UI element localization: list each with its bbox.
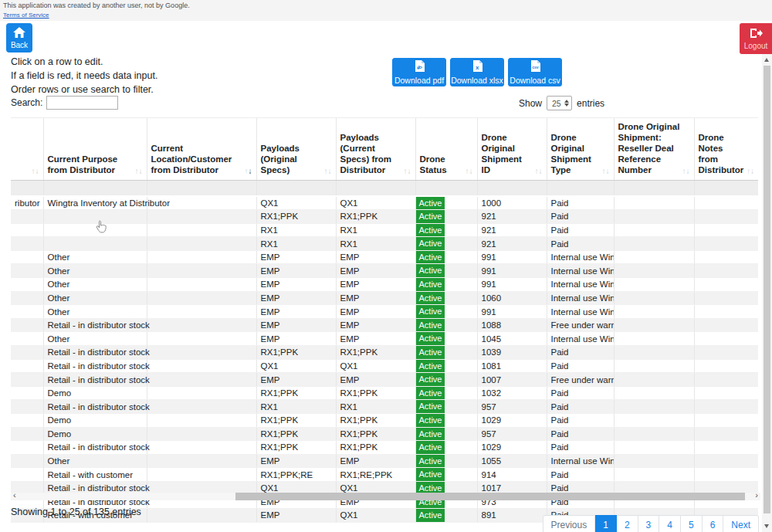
cell-location[interactable]	[147, 278, 256, 292]
cell-status[interactable]: Active	[415, 359, 477, 373]
cell-notes[interactable]	[694, 196, 758, 210]
cell-payloads_original[interactable]: EMP	[256, 291, 336, 305]
cell-payloads_current[interactable]: EMP	[336, 305, 415, 319]
cell-payloads_current[interactable]: EMP	[336, 250, 415, 264]
page-previous[interactable]: Previous	[543, 515, 596, 532]
scroll-up-icon[interactable]	[764, 58, 769, 62]
vertical-scrollbar-thumb[interactable]	[764, 66, 770, 513]
sort-icon[interactable]: ↑↓	[32, 167, 39, 175]
cell-notes[interactable]	[694, 441, 758, 455]
column-header-reseller_ref[interactable]: Drone Original Shipment: Reseller Deal R…	[614, 118, 694, 181]
cell-c0[interactable]	[11, 332, 43, 346]
cell-c0[interactable]	[11, 414, 43, 428]
cell-c0[interactable]	[11, 386, 43, 400]
filter-cell-purpose[interactable]	[43, 181, 147, 196]
cell-location[interactable]	[147, 210, 256, 224]
table-row[interactable]: Retail - in distributor stockRX1;PPKRX1;…	[11, 441, 758, 455]
cell-payloads_current[interactable]: EMP	[336, 318, 415, 332]
cell-notes[interactable]	[694, 210, 758, 224]
cell-purpose[interactable]: Other	[43, 305, 147, 319]
cell-shipment_type[interactable]: Internal use Wingtra	[547, 278, 614, 292]
cell-status[interactable]: Active	[415, 400, 477, 414]
filter-cell-location[interactable]	[147, 181, 256, 196]
cell-status[interactable]: Active	[415, 210, 477, 224]
cell-purpose[interactable]: Other	[43, 278, 147, 292]
cell-location[interactable]	[147, 346, 256, 360]
cell-c0[interactable]	[11, 278, 43, 292]
cell-payloads_current[interactable]: QX1	[336, 359, 415, 373]
cell-purpose[interactable]: Demo	[43, 427, 147, 441]
cell-payloads_original[interactable]: RX1	[256, 223, 336, 237]
terms-of-service-link[interactable]: Terms of Service	[3, 12, 49, 19]
cell-notes[interactable]	[694, 359, 758, 373]
cell-purpose[interactable]: Demo	[43, 414, 147, 428]
cell-shipment_id[interactable]: 1088	[477, 318, 547, 332]
cell-purpose[interactable]: Other	[43, 332, 147, 346]
cell-purpose[interactable]: Wingtra Inventory at Distributor	[43, 196, 147, 210]
cell-shipment_id[interactable]: 1029	[477, 441, 547, 455]
cell-status[interactable]: Active	[415, 386, 477, 400]
sort-icon[interactable]: ↑↓	[324, 167, 332, 175]
cell-payloads_current[interactable]: EMP	[336, 454, 415, 468]
cell-notes[interactable]	[694, 373, 758, 387]
cell-c0[interactable]	[11, 223, 43, 237]
cell-shipment_id[interactable]: 914	[477, 468, 547, 482]
cell-c0[interactable]: ributor	[11, 196, 43, 210]
cell-notes[interactable]	[694, 427, 758, 441]
cell-shipment_id[interactable]: 991	[477, 305, 547, 319]
sort-icon[interactable]: ↑↓	[682, 167, 690, 175]
cell-status[interactable]: Active	[415, 278, 477, 292]
cell-shipment_type[interactable]: Paid	[547, 223, 614, 237]
cell-payloads_original[interactable]: EMP	[256, 373, 336, 387]
cell-payloads_original[interactable]: EMP	[256, 509, 336, 523]
cell-purpose[interactable]: Retail - in distributor stock	[43, 359, 147, 373]
cell-shipment_id[interactable]: 1060	[477, 291, 547, 305]
cell-shipment_type[interactable]: Internal use Wingtra	[547, 291, 614, 305]
cell-status[interactable]: Active	[415, 414, 477, 428]
cell-payloads_original[interactable]: RX1;PPK	[256, 441, 336, 455]
cell-reseller_ref[interactable]	[614, 264, 694, 278]
column-header-shipment_id[interactable]: Drone Original Shipment ID↑↓	[477, 118, 547, 181]
filter-cell-reseller_ref[interactable]	[614, 181, 694, 196]
cell-notes[interactable]	[694, 318, 758, 332]
cell-reseller_ref[interactable]	[614, 332, 694, 346]
cell-shipment_type[interactable]: Internal use Wingtra	[547, 250, 614, 264]
cell-shipment_id[interactable]: 991	[477, 278, 547, 292]
cell-shipment_type[interactable]: Paid	[547, 468, 614, 482]
cell-c0[interactable]	[11, 346, 43, 360]
cell-status[interactable]: Active	[415, 291, 477, 305]
cell-c0[interactable]	[11, 427, 43, 441]
cell-payloads_original[interactable]: EMP	[256, 454, 336, 468]
cell-c0[interactable]	[11, 210, 43, 224]
cell-payloads_original[interactable]: EMP	[256, 250, 336, 264]
cell-c0[interactable]	[11, 454, 43, 468]
cell-shipment_type[interactable]: Internal use Wingtra	[547, 332, 614, 346]
cell-payloads_current[interactable]: RX1;RE;PPK	[336, 468, 415, 482]
table-horizontal-scrollbar[interactable]: ‹ ›	[11, 493, 760, 500]
cell-reseller_ref[interactable]	[614, 346, 694, 360]
back-button[interactable]: Back	[6, 23, 32, 53]
scroll-right-icon[interactable]: ›	[755, 490, 758, 500]
cell-location[interactable]	[147, 509, 256, 523]
table-row[interactable]: OtherEMPEMPActive991Internal use Wingtra	[11, 250, 758, 264]
cell-shipment_type[interactable]: Free under warranty	[547, 373, 614, 387]
cell-shipment_id[interactable]: 1055	[477, 454, 547, 468]
cell-purpose[interactable]: Other	[43, 291, 147, 305]
cell-location[interactable]	[147, 332, 256, 346]
cell-status[interactable]: Active	[415, 346, 477, 360]
sort-icon[interactable]: ↑↓	[245, 167, 252, 175]
cell-reseller_ref[interactable]	[614, 278, 694, 292]
filter-cell-shipment_id[interactable]	[477, 181, 547, 196]
table-row[interactable]: Retail - with customerRX1;PPK;RERX1;RE;P…	[11, 468, 758, 482]
cell-purpose[interactable]: Retail - in distributor stock	[43, 441, 147, 455]
column-header-c0[interactable]: ↑↓	[11, 118, 43, 181]
cell-reseller_ref[interactable]	[614, 196, 694, 210]
column-header-purpose[interactable]: Current Purpose from Distributor↑↓	[43, 118, 147, 181]
cell-purpose[interactable]: Other	[43, 454, 147, 468]
column-header-status[interactable]: Drone Status↑↓	[415, 118, 477, 181]
cell-payloads_original[interactable]: EMP	[256, 318, 336, 332]
table-row[interactable]: OtherEMPEMPActive991Internal use Wingtra	[11, 264, 758, 278]
cell-notes[interactable]	[694, 400, 758, 414]
cell-reseller_ref[interactable]	[614, 250, 694, 264]
table-row[interactable]: OtherEMPEMPActive1045Internal use Wingtr…	[11, 332, 758, 346]
